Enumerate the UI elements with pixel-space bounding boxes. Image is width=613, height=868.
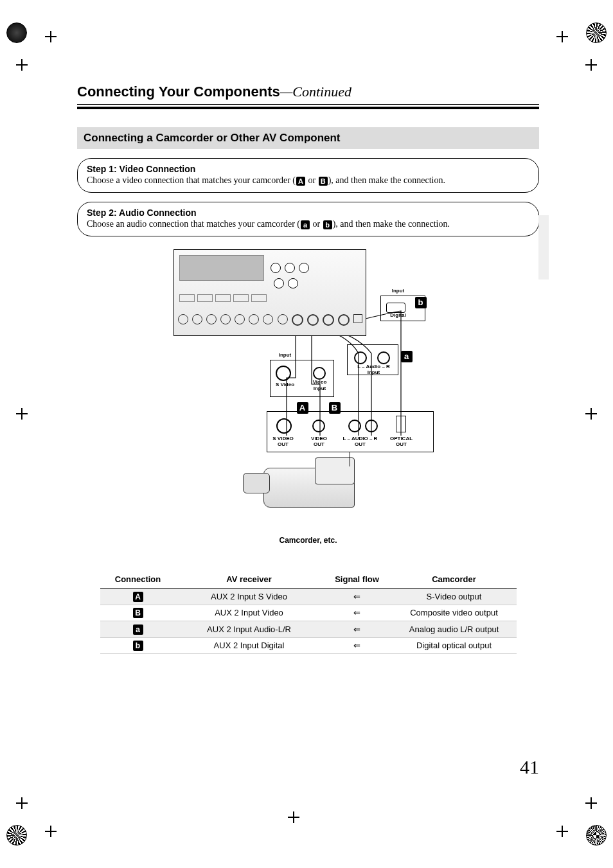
crop-mark [585,797,597,809]
table-row: b AUX 2 Input Digital ⇐ Digital optical … [100,637,517,654]
step-2-text-mid: or [310,219,323,229]
th-connection: Connection [100,571,176,589]
badge-b-inline: b [323,220,332,229]
row-badge: b [133,641,143,651]
label-digital-bot: Digital [382,313,414,319]
reg-corner-bl [6,825,27,846]
step-1-body: Choose a video connection that matches y… [87,175,529,186]
av-receiver-illustration [173,249,366,336]
row-receiver: AUX 2 Input Digital [176,637,323,654]
crop-mark [556,826,568,837]
receiver-video-inputs-closeup: Input S Video Video Input [270,360,334,397]
label-input: Input [269,353,301,359]
row-flow: ⇐ [323,637,392,654]
step-1-text-mid: or [306,175,318,185]
diagram-badge-a: a [401,351,413,362]
step-2-text-after: ), and then make the connection. [333,219,450,229]
rule-thin [77,104,539,105]
label-svideo-out: S VIDEO OUT [267,436,299,448]
crop-mark [16,408,28,420]
table-row: a AUX 2 Input Audio-L/R ⇐ Analog audio L… [100,621,517,638]
camcorder-illustration [251,461,373,513]
row-flow: ⇐ [323,621,392,638]
th-receiver: AV receiver [176,571,323,589]
row-camcorder: Digital optical output [392,637,517,654]
header-continued: —Continued [280,84,351,100]
label-optical-out: OPTICAL OUT [386,436,418,448]
crop-mark [16,59,28,71]
row-camcorder: Analog audio L/R output [392,621,517,638]
table-row: A AUX 2 Input S Video ⇐ S-Video output [100,589,517,605]
crop-mark [16,797,28,809]
page-number: 41 [520,756,539,778]
row-receiver: AUX 2 Input Audio-L/R [176,621,323,638]
table-header-row: Connection AV receiver Signal flow Camco… [100,571,517,589]
badge-a-inline: a [301,220,310,229]
section-title: Connecting a Camcorder or Other AV Compo… [77,127,539,149]
side-tab [538,215,549,279]
crop-mark [45,826,57,837]
label-video-in-bot: Input [304,386,336,392]
step-1-box: Step 1: Video Connection Choose a video … [77,158,539,193]
label-video-in-top: Video [304,380,336,385]
crop-mark [556,31,568,42]
reg-corner-tl [6,22,27,43]
crop-mark-center [288,811,299,823]
row-camcorder: Composite video output [392,605,517,621]
label-svideo: S Video [269,382,301,388]
row-camcorder: S-Video output [392,589,517,605]
table-row: B AUX 2 Input Video ⇐ Composite video ou… [100,605,517,621]
step-1-text-before: Choose a video connection that matches y… [87,175,296,185]
connection-diagram: Input S Video Video Input L – Audio – R … [173,249,443,532]
row-badge: A [133,592,143,602]
row-receiver: AUX 2 Input S Video [176,589,323,605]
crop-mark [585,59,597,71]
step-2-text-before: Choose an audio connection that matches … [87,219,300,229]
receiver-button-strip [179,292,282,304]
th-camcorder: Camcorder [392,571,517,589]
step-1-text-after: ), and then make the connection. [328,175,445,185]
step-2-body: Choose an audio connection that matches … [87,219,529,229]
reg-corner-tr [586,22,607,43]
receiver-knob-row [271,263,309,273]
camcorder-outputs-closeup: S VIDEO OUT VIDEO OUT L – AUDIO – R OUT … [267,411,434,452]
th-flow: Signal flow [323,571,392,589]
row-badge: a [133,624,143,635]
connection-table: Connection AV receiver Signal flow Camco… [100,571,517,654]
receiver-display [179,255,264,281]
crop-mark [45,31,57,42]
row-receiver: AUX 2 Input Video [176,605,323,621]
receiver-audio-inputs-closeup: L – Audio – R Input [347,344,398,375]
row-flow: ⇐ [323,589,392,605]
step-2-box: Step 2: Audio Connection Choose an audio… [77,202,539,236]
badge-B-inline: B [319,177,328,186]
diagram-caption: Camcorder, etc. [77,536,539,545]
rule-thick [77,107,539,109]
badge-A-inline: A [296,177,305,186]
crop-mark [585,408,597,420]
step-1-title: Step 1: Video Connection [87,164,529,174]
diagram-badge-b: b [415,297,427,308]
row-badge: B [133,608,143,618]
row-flow: ⇐ [323,605,392,621]
label-audio-lr-in: L – Audio – R Input [351,364,396,376]
reg-corner-br [586,825,607,846]
receiver-front-jacks [178,314,363,326]
label-video-out: VIDEO OUT [303,436,335,448]
step-2-title: Step 2: Audio Connection [87,208,529,218]
header-title: Connecting Your Components [77,84,280,100]
page-header: Connecting Your Components—Continued [77,84,539,109]
label-digital-top: Input [382,288,414,294]
label-audio-out: L – AUDIO – R OUT [339,436,382,448]
